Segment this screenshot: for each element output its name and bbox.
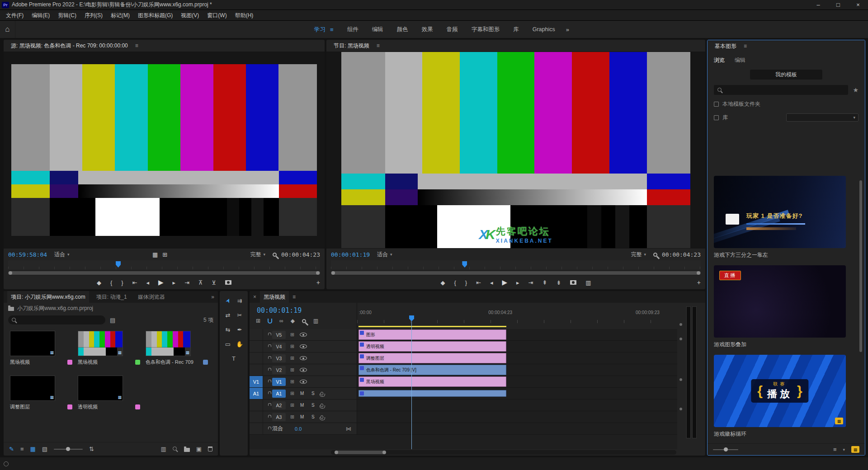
source-zoom-select[interactable]: 适合▾ bbox=[52, 250, 72, 259]
template-search-input[interactable] bbox=[714, 85, 848, 95]
source-playhead[interactable] bbox=[116, 261, 121, 268]
template-thumbnail[interactable]: 直播 bbox=[714, 265, 846, 338]
mute-button[interactable]: M bbox=[299, 403, 305, 408]
step-forward-icon[interactable]: ▸ bbox=[516, 279, 519, 286]
source-monitor-tab[interactable]: 源: 黑场视频: 色条和色调 - Rec 709: 00:00:00:00 bbox=[7, 40, 132, 52]
template-item[interactable]: 玩家 1 是否准备好? 游戏下方三分之一靠左 bbox=[714, 176, 853, 259]
hand-tool[interactable]: ✋ bbox=[234, 339, 245, 349]
track-lane[interactable] bbox=[357, 411, 677, 423]
bin-from-search-icon[interactable]: ▤ bbox=[110, 317, 115, 324]
solo-button[interactable]: S bbox=[310, 403, 316, 408]
track-name-button[interactable]: A3 bbox=[272, 413, 286, 421]
track-lane[interactable]: 图形 bbox=[357, 329, 677, 340]
menu-file[interactable]: 文件(F) bbox=[2, 10, 28, 21]
track-output-eye-icon[interactable] bbox=[300, 380, 307, 384]
menu-edit[interactable]: 编辑(E) bbox=[28, 10, 54, 21]
list-view-icon[interactable]: ≡ bbox=[20, 446, 24, 452]
snap-icon[interactable] bbox=[268, 319, 272, 324]
voiceover-record-icon[interactable] bbox=[321, 404, 323, 407]
automate-to-sequence-icon[interactable]: ▥ bbox=[160, 446, 166, 452]
install-mogrt-icon[interactable]: ▦ bbox=[851, 446, 859, 453]
my-templates-dropdown[interactable]: 我的模板 bbox=[750, 70, 822, 80]
clip-thumbnail[interactable]: ▦ bbox=[10, 331, 55, 356]
thumbnail-size-slider[interactable] bbox=[713, 449, 738, 450]
project-item[interactable]: ▦ 透明视频 bbox=[78, 376, 146, 410]
panel-menu-icon[interactable]: ≡ bbox=[292, 294, 296, 300]
overwrite-icon[interactable]: ⊻ bbox=[212, 279, 217, 286]
clip-thumbnail[interactable]: ▦ bbox=[10, 376, 55, 401]
clip-thumbnail[interactable]: ▦ bbox=[78, 331, 123, 356]
source-patch-video[interactable]: V1 bbox=[250, 376, 263, 387]
panel-menu-icon[interactable]: ≡ bbox=[744, 43, 747, 49]
track-name-button[interactable]: V1 bbox=[272, 378, 286, 386]
razor-tool[interactable]: ✂ bbox=[234, 310, 245, 320]
voiceover-record-icon[interactable] bbox=[321, 392, 323, 395]
track-name-button[interactable]: V4 bbox=[272, 343, 286, 351]
track-name-button[interactable]: A2 bbox=[272, 401, 286, 409]
menu-view[interactable]: 视图(V) bbox=[177, 10, 203, 21]
timeline-clip[interactable]: 调整图层 bbox=[359, 353, 506, 363]
library-select[interactable]: ▾ bbox=[786, 113, 859, 122]
track-lane[interactable] bbox=[357, 423, 677, 434]
track-name-button[interactable]: V5 bbox=[272, 331, 286, 339]
type-tool[interactable]: T bbox=[228, 353, 240, 363]
button-editor-icon[interactable]: + bbox=[316, 279, 320, 286]
safe-margins-icon[interactable]: ▦ bbox=[152, 251, 158, 258]
lift-icon[interactable]: ⇞ bbox=[542, 279, 547, 286]
pen-tool[interactable]: ✒ bbox=[234, 324, 245, 334]
project-item[interactable]: ▦ 黑场视频 bbox=[78, 331, 146, 366]
browse-tab[interactable]: 浏览 bbox=[714, 56, 725, 64]
label-color-swatch[interactable] bbox=[135, 404, 140, 409]
timeline-clip[interactable]: 色条和色调 - Rec 709 [V] bbox=[359, 365, 506, 375]
label-color-swatch[interactable] bbox=[67, 360, 72, 365]
export-frame-icon[interactable] bbox=[570, 280, 576, 285]
template-scrollbar[interactable] bbox=[859, 180, 862, 352]
step-forward-icon[interactable]: ▸ bbox=[173, 279, 176, 286]
extract-icon[interactable]: ⇟ bbox=[556, 279, 561, 286]
freeform-view-icon[interactable]: ▧ bbox=[42, 446, 47, 452]
workspace-tab-assembly[interactable]: 组件 bbox=[347, 26, 359, 33]
rectangle-tool[interactable]: ▭ bbox=[222, 339, 234, 349]
sync-lock-icon[interactable]: ⊞ bbox=[290, 343, 294, 349]
captions-icon[interactable]: ▥ bbox=[313, 318, 318, 324]
add-marker-icon[interactable]: ◆ bbox=[97, 279, 101, 286]
project-item[interactable]: ▦ 黑场视频 bbox=[10, 331, 78, 366]
project-tab-active[interactable]: 项目: 小刀娱乐网www.x6g.com bbox=[7, 291, 89, 303]
workspace-tab-effects[interactable]: 效果 bbox=[422, 26, 433, 33]
workspace-menu-icon[interactable]: ≡ bbox=[330, 26, 334, 33]
sync-lock-icon[interactable]: ⊞ bbox=[290, 355, 294, 361]
clip-thumbnail[interactable]: ▦ bbox=[146, 331, 191, 356]
sort-icons-icon[interactable]: ⇅ bbox=[89, 446, 94, 452]
clip-thumbnail[interactable]: ▦ bbox=[78, 376, 123, 401]
workspace-tab-learn[interactable]: 学习 bbox=[314, 26, 326, 33]
media-browser-tab[interactable]: 媒体浏览器 bbox=[134, 291, 169, 303]
new-bin-icon[interactable] bbox=[184, 448, 190, 452]
source-resolution-select[interactable]: 完整▾ bbox=[247, 250, 268, 259]
track-lane[interactable] bbox=[357, 388, 677, 399]
work-area-bar[interactable] bbox=[359, 326, 506, 327]
sync-lock-icon[interactable]: ⊞ bbox=[290, 367, 294, 373]
step-back-icon[interactable]: ◂ bbox=[490, 279, 493, 286]
libraries-filter[interactable]: 库 ▾ bbox=[714, 113, 859, 122]
program-zoom-scrollbar[interactable] bbox=[331, 271, 701, 275]
track-lane[interactable]: 色条和色调 - Rec 709 [V] bbox=[357, 364, 677, 376]
track-lane[interactable]: 黑场视频 bbox=[357, 376, 677, 387]
settings-wrench-icon[interactable] bbox=[653, 253, 657, 257]
edit-tab[interactable]: 编辑 bbox=[735, 56, 745, 64]
project-search-input[interactable] bbox=[8, 315, 105, 324]
comparison-view-icon[interactable]: ▥ bbox=[585, 279, 591, 286]
menu-sequence[interactable]: 序列(S) bbox=[80, 10, 107, 21]
menu-markers[interactable]: 标记(M) bbox=[107, 10, 134, 21]
mark-in-icon[interactable]: { bbox=[110, 279, 112, 286]
timeline-audio-clip[interactable] bbox=[359, 390, 506, 397]
nest-toggle-icon[interactable]: ⊞ bbox=[256, 318, 260, 324]
template-thumbnail[interactable]: 玩家 1 是否准备好? bbox=[714, 176, 846, 248]
zoom-slider[interactable] bbox=[54, 449, 83, 450]
step-back-icon[interactable]: ◂ bbox=[146, 279, 150, 286]
workspace-tab-color[interactable]: 颜色 bbox=[397, 26, 408, 33]
mark-in-icon[interactable]: { bbox=[454, 279, 456, 286]
insert-icon[interactable]: ⊼ bbox=[198, 279, 203, 286]
timeline-clip[interactable]: 图形 bbox=[359, 329, 506, 340]
sync-lock-icon[interactable]: ⊞ bbox=[290, 379, 294, 385]
go-to-out-icon[interactable]: ⇥ bbox=[528, 279, 533, 286]
